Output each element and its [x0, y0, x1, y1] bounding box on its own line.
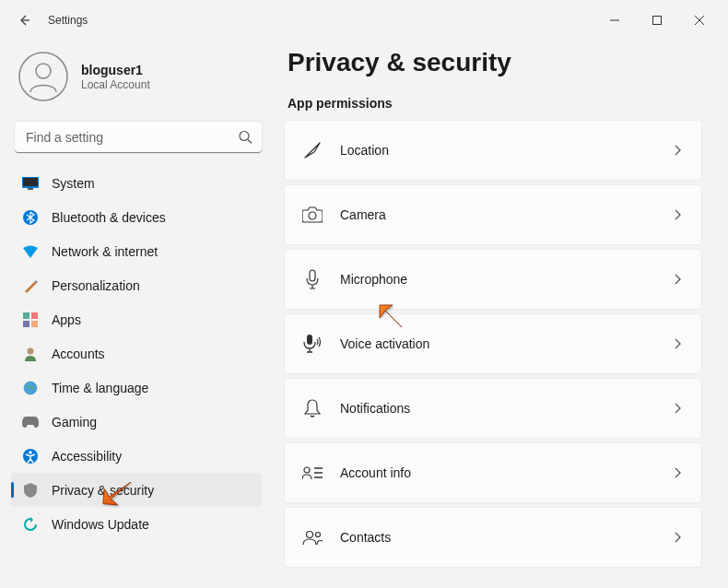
- svg-rect-6: [28, 188, 33, 190]
- nav-item-privacy[interactable]: Privacy & security: [11, 473, 262, 507]
- page-title: Privacy & security: [288, 48, 702, 77]
- permission-microphone[interactable]: Microphone: [284, 249, 702, 310]
- back-arrow-icon: [17, 13, 31, 28]
- svg-rect-19: [307, 335, 312, 345]
- permission-contacts[interactable]: Contacts: [284, 507, 702, 568]
- bluetooth-icon: [22, 209, 39, 226]
- svg-point-2: [36, 64, 51, 78]
- svg-point-1: [19, 53, 67, 100]
- chevron-right-icon: [670, 272, 685, 287]
- svg-rect-8: [23, 312, 29, 319]
- privacy-icon: [22, 482, 39, 499]
- maximize-icon: [652, 16, 662, 25]
- nav-label: Apps: [52, 312, 81, 327]
- profile[interactable]: bloguser1 Local Account: [11, 44, 265, 114]
- permission-account-info[interactable]: Account info: [284, 442, 702, 503]
- accessibility-icon: [22, 448, 39, 465]
- nav-label: Accounts: [52, 347, 105, 361]
- chevron-right-icon: [670, 401, 685, 416]
- svg-rect-5: [23, 178, 38, 186]
- chevron-right-icon: [670, 207, 685, 222]
- update-icon: [22, 516, 39, 533]
- avatar: [18, 52, 68, 101]
- notifications-icon: [301, 397, 323, 419]
- permission-camera[interactable]: Camera: [284, 184, 702, 245]
- contacts-icon: [301, 526, 323, 548]
- sidebar: bloguser1 Local Account System Bluetooth…: [0, 41, 276, 588]
- search-input[interactable]: [15, 122, 262, 153]
- account-info-icon: [301, 462, 323, 484]
- accounts-icon: [22, 346, 39, 362]
- gaming-icon: [22, 414, 39, 430]
- svg-point-22: [316, 533, 321, 537]
- nav-label: Time & language: [52, 381, 148, 395]
- nav-item-accessibility[interactable]: Accessibility: [11, 439, 262, 473]
- permission-label: Notifications: [340, 401, 670, 416]
- permission-label: Voice activation: [340, 336, 670, 351]
- permission-location[interactable]: Location: [284, 120, 702, 181]
- nav-item-apps[interactable]: Apps: [11, 302, 262, 336]
- nav-item-system[interactable]: System: [11, 166, 262, 200]
- search-icon: [239, 131, 252, 145]
- svg-rect-11: [31, 321, 38, 327]
- voice-icon: [301, 333, 323, 355]
- close-icon: [695, 16, 704, 25]
- permission-notifications[interactable]: Notifications: [284, 378, 702, 439]
- nav-item-time[interactable]: Time & language: [11, 370, 262, 405]
- nav-label: Network & internet: [52, 244, 158, 259]
- svg-point-21: [307, 532, 313, 538]
- nav-label: Windows Update: [52, 517, 149, 532]
- window-title: Settings: [48, 14, 88, 27]
- minimize-button[interactable]: [593, 6, 636, 35]
- nav-label: Personalization: [52, 278, 140, 293]
- permission-label: Contacts: [340, 530, 670, 545]
- maximize-button[interactable]: [636, 6, 678, 35]
- back-button[interactable]: [7, 4, 41, 37]
- titlebar: Settings: [0, 0, 728, 41]
- nav-item-update[interactable]: Windows Update: [11, 507, 262, 541]
- svg-rect-0: [653, 17, 662, 25]
- section-title: App permissions: [288, 96, 702, 111]
- microphone-icon: [301, 268, 323, 290]
- svg-point-20: [304, 467, 310, 473]
- nav-item-personalization[interactable]: Personalization: [11, 268, 262, 302]
- svg-rect-9: [31, 312, 38, 319]
- system-icon: [22, 175, 39, 192]
- location-icon: [301, 139, 323, 161]
- svg-point-12: [28, 347, 34, 354]
- svg-point-17: [309, 212, 316, 219]
- permission-label: Camera: [340, 207, 670, 222]
- nav-item-network[interactable]: Network & internet: [11, 234, 262, 268]
- profile-subtitle: Local Account: [81, 78, 150, 91]
- permission-label: Account info: [340, 465, 670, 480]
- time-icon: [22, 380, 39, 396]
- nav-label: Privacy & security: [52, 483, 154, 498]
- nav-item-gaming[interactable]: Gaming: [11, 405, 262, 439]
- svg-rect-10: [23, 321, 29, 327]
- chevron-right-icon: [670, 530, 685, 545]
- nav-label: Gaming: [52, 415, 97, 429]
- apps-icon: [22, 312, 39, 328]
- nav-item-accounts[interactable]: Accounts: [11, 336, 262, 370]
- profile-name: bloguser1: [81, 63, 150, 77]
- chevron-right-icon: [670, 465, 685, 480]
- camera-icon: [301, 204, 323, 226]
- permission-label: Location: [340, 143, 670, 158]
- close-button[interactable]: [678, 6, 721, 35]
- personalization-icon: [22, 277, 39, 294]
- permission-voice[interactable]: Voice activation: [284, 313, 702, 374]
- nav-label: Accessibility: [52, 449, 122, 464]
- nav-item-bluetooth[interactable]: Bluetooth & devices: [11, 200, 262, 234]
- svg-point-16: [29, 451, 32, 454]
- svg-rect-18: [310, 270, 315, 281]
- svg-point-3: [240, 132, 249, 141]
- nav-label: Bluetooth & devices: [52, 210, 166, 225]
- nav: System Bluetooth & devices Network & int…: [11, 166, 265, 588]
- main: Privacy & security App permissions Locat…: [276, 41, 728, 588]
- search-container: [15, 122, 262, 153]
- nav-label: System: [52, 176, 95, 191]
- chevron-right-icon: [670, 143, 685, 158]
- chevron-right-icon: [670, 336, 685, 351]
- network-icon: [22, 243, 39, 260]
- permission-label: Microphone: [340, 272, 670, 287]
